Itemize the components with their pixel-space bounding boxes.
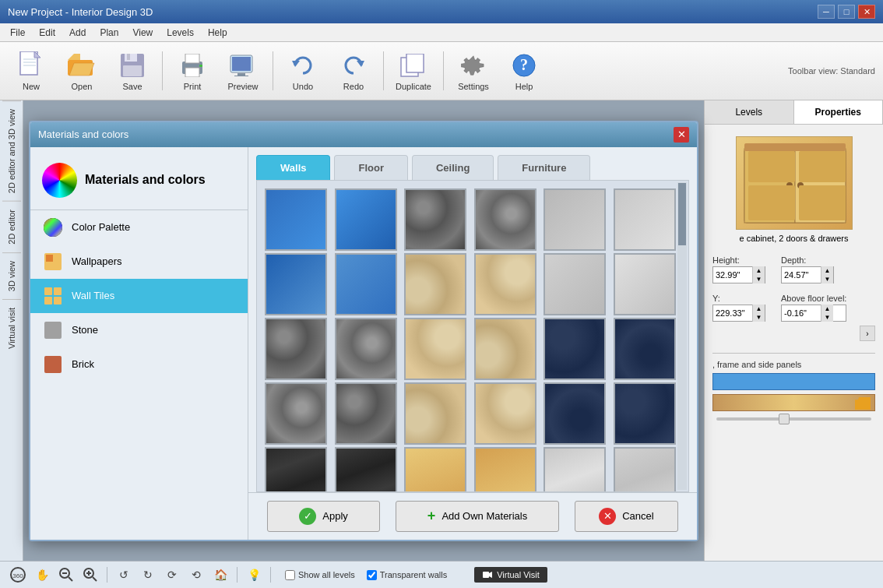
tile-marble-1[interactable] xyxy=(265,447,327,492)
duplicate-button[interactable]: Duplicate xyxy=(390,46,437,97)
redo-button[interactable]: Redo xyxy=(330,46,377,97)
y-up[interactable]: ▲ xyxy=(752,305,765,313)
tile-granite-6[interactable] xyxy=(335,382,397,445)
save-button[interactable]: Save xyxy=(109,46,156,97)
tile-cream-1[interactable] xyxy=(404,447,466,492)
undo-button[interactable]: Undo xyxy=(280,46,326,97)
house-button[interactable]: 🏠 xyxy=(210,565,230,585)
tile-grid-area[interactable] xyxy=(256,180,689,492)
height-spinner[interactable]: ▲▼ xyxy=(752,266,765,283)
collapse-button[interactable]: › xyxy=(860,326,875,341)
tab-furniture[interactable]: Furniture xyxy=(498,155,590,180)
tile-speckle-2[interactable] xyxy=(474,253,536,315)
tile-dark-3[interactable] xyxy=(544,382,606,445)
help-button[interactable]: ? Help xyxy=(501,46,547,97)
360-view-button[interactable]: 360 xyxy=(8,565,28,585)
depth-up[interactable]: ▲ xyxy=(821,266,833,275)
modal-close-button[interactable]: ✕ xyxy=(674,127,689,143)
menu-view[interactable]: View xyxy=(126,26,159,40)
tile-speckle-6[interactable] xyxy=(474,382,536,445)
maximize-button[interactable]: □ xyxy=(838,5,855,19)
tile-speckle-4[interactable] xyxy=(474,318,536,380)
slider-thumb[interactable] xyxy=(779,414,790,424)
above-floor-spinner[interactable]: ▲▼ xyxy=(821,305,833,322)
above-floor-field[interactable]: ▲▼ xyxy=(781,305,846,322)
tile-speckle-5[interactable] xyxy=(404,382,466,445)
y-spinner[interactable]: ▲▼ xyxy=(752,305,765,322)
sidebar-item-wall-tiles[interactable]: Wall Tiles xyxy=(30,279,248,313)
tile-gray-2[interactable] xyxy=(614,188,676,251)
tile-scrollbar[interactable] xyxy=(677,182,687,490)
tab-2d-3d-view[interactable]: 2D editor and 3D view xyxy=(2,100,21,201)
menu-add[interactable]: Add xyxy=(63,26,92,40)
sidebar-item-stone[interactable]: Stone xyxy=(30,313,248,347)
tile-granite-5[interactable] xyxy=(265,382,327,445)
tile-cream-2[interactable] xyxy=(474,447,536,492)
add-own-materials-button[interactable]: + Add Own Materials xyxy=(396,501,559,532)
above-floor-up[interactable]: ▲ xyxy=(821,305,833,313)
y-down[interactable]: ▼ xyxy=(752,313,765,322)
tab-walls[interactable]: Walls xyxy=(256,155,330,180)
tab-floor[interactable]: Floor xyxy=(334,155,408,180)
menu-edit[interactable]: Edit xyxy=(33,26,62,40)
virtual-visit-button[interactable]: Virtual Visit xyxy=(474,567,547,583)
tile-gray-1[interactable] xyxy=(544,188,606,251)
tab-virtual-visit[interactable]: Virtual visit xyxy=(2,299,21,357)
tile-dark-2[interactable] xyxy=(614,318,676,380)
menu-levels[interactable]: Levels xyxy=(160,26,200,40)
sidebar-item-color-palette[interactable]: Color Palette xyxy=(30,210,248,245)
height-up[interactable]: ▲ xyxy=(752,266,765,275)
y-field[interactable]: ▲▼ xyxy=(712,305,765,322)
menu-plan[interactable]: Plan xyxy=(93,26,125,40)
tile-speckle-3[interactable] xyxy=(404,318,466,380)
color-bar-blue[interactable] xyxy=(712,373,875,390)
minimize-button[interactable]: ─ xyxy=(818,5,835,19)
open-button[interactable]: Open xyxy=(58,46,105,97)
zoom-out-button[interactable] xyxy=(56,565,76,585)
cancel-button[interactable]: ✕ Cancel xyxy=(575,501,677,532)
tile-gray-4[interactable] xyxy=(614,253,676,315)
right-tab-levels[interactable]: Levels xyxy=(705,100,794,124)
menu-help[interactable]: Help xyxy=(202,26,234,40)
scrollbar-thumb[interactable] xyxy=(678,183,686,245)
height-input[interactable] xyxy=(713,269,752,281)
orbit-right-button[interactable]: ⟲ xyxy=(186,565,206,585)
tile-lightgray-1[interactable] xyxy=(544,447,606,492)
above-floor-input[interactable] xyxy=(782,307,821,319)
zoom-in-button[interactable] xyxy=(80,565,100,585)
tab-2d-editor[interactable]: 2D editor xyxy=(2,201,21,252)
tab-3d-view[interactable]: 3D view xyxy=(2,252,21,299)
orbit-left-button[interactable]: ⟳ xyxy=(162,565,182,585)
transparent-walls-check[interactable]: Transparent walls xyxy=(367,570,447,580)
right-tab-properties[interactable]: Properties xyxy=(794,100,884,124)
apply-button[interactable]: ✓ Apply xyxy=(267,501,380,532)
y-input[interactable] xyxy=(713,307,752,319)
transparent-walls-checkbox[interactable] xyxy=(367,570,377,580)
close-button[interactable]: ✕ xyxy=(858,5,875,19)
pan-button[interactable]: ✋ xyxy=(32,565,52,585)
tile-speckle-1[interactable] xyxy=(404,253,466,315)
folder-icon[interactable] xyxy=(855,397,871,410)
rotate-right-button[interactable]: ↻ xyxy=(138,565,158,585)
light-button[interactable]: 💡 xyxy=(244,565,264,585)
rotate-left-button[interactable]: ↺ xyxy=(114,565,134,585)
tile-dark-1[interactable] xyxy=(544,318,606,380)
settings-button[interactable]: Settings xyxy=(450,46,497,97)
depth-input[interactable] xyxy=(782,269,821,281)
preview-button[interactable]: Preview xyxy=(220,46,266,97)
print-button[interactable]: Print xyxy=(169,46,216,97)
depth-field[interactable]: ▲▼ xyxy=(781,266,834,283)
tile-lightgray-2[interactable] xyxy=(614,447,676,492)
tile-gray-3[interactable] xyxy=(544,253,606,315)
sidebar-item-wallpapers[interactable]: Wallpapers xyxy=(30,245,248,279)
tile-blue-4[interactable] xyxy=(335,253,397,315)
show-all-levels-check[interactable]: Show all levels xyxy=(285,570,355,580)
new-button[interactable]: New xyxy=(8,46,55,97)
tile-granite-3[interactable] xyxy=(265,318,327,380)
height-down[interactable]: ▼ xyxy=(752,275,765,283)
tile-blue-3[interactable] xyxy=(265,253,327,315)
height-field[interactable]: ▲▼ xyxy=(712,266,765,283)
show-all-levels-checkbox[interactable] xyxy=(285,570,295,580)
sidebar-item-brick[interactable]: Brick xyxy=(30,347,248,382)
menu-file[interactable]: File xyxy=(4,26,31,40)
